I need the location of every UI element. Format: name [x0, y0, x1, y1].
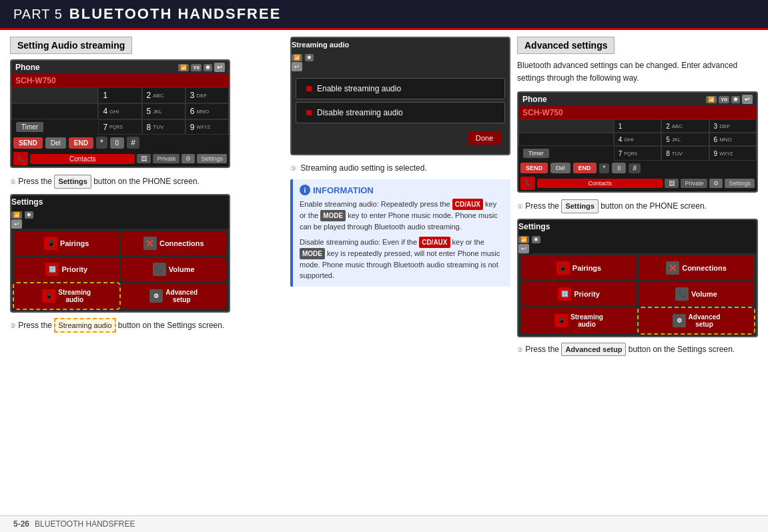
pairings-btn[interactable]: 📱 Pairings	[14, 231, 119, 255]
rstar-btn[interactable]: *	[599, 163, 610, 173]
mid-step-icon: ③	[290, 165, 296, 172]
disable-streaming-btn[interactable]: Disable streaming audio	[296, 102, 505, 123]
contacts-btn[interactable]: Contacts	[30, 154, 135, 164]
rnum-6[interactable]: 6 MNO	[709, 133, 757, 146]
settings-inline-btn-1[interactable]: Settings	[54, 175, 91, 189]
setting-audio-title: Setting Audio streaming	[10, 37, 132, 54]
rzero-btn[interactable]: 0	[612, 163, 626, 173]
back-btn-1[interactable]: ↩	[214, 63, 225, 72]
num-2[interactable]: 2 ABC	[142, 87, 185, 103]
info-title: i INFORMATION	[300, 185, 504, 195]
num-9[interactable]: 9WXYZ	[185, 119, 229, 135]
rnum-3[interactable]: 3 DEF	[709, 119, 757, 133]
rphone-title-1: Phone	[522, 95, 547, 104]
rsettings-inline-btn[interactable]: Settings	[561, 199, 598, 213]
rnum-1[interactable]: 1	[614, 119, 661, 133]
enable-streaming-btn[interactable]: Enable streaming audio	[296, 78, 505, 99]
radv-setup-btn[interactable]: ⚙ Advancedsetup	[639, 308, 754, 333]
rpairings-icon: 📱	[556, 261, 570, 275]
network-icon: Yll	[191, 64, 202, 71]
rsettings-icon[interactable]: ⚙	[709, 179, 723, 188]
rback-1[interactable]: ↩	[742, 95, 753, 104]
rconnections-btn[interactable]: ❌ Connections	[639, 256, 754, 280]
part-label: PART 5	[13, 7, 63, 22]
zero-btn[interactable]: 0	[110, 137, 125, 149]
rtimer-btn[interactable]: Timer	[523, 149, 549, 158]
contacts-icon[interactable]: 📞	[13, 152, 28, 165]
rvolume-btn[interactable]: 📞 Volume	[639, 282, 754, 306]
num-7[interactable]: 7PQRS	[98, 119, 141, 135]
streaming-inline-btn[interactable]: Streaming audio	[54, 318, 115, 333]
str-back[interactable]: ↩	[292, 62, 302, 71]
rnum-4[interactable]: 4 GHI	[614, 133, 661, 146]
send-btn[interactable]: SEND	[13, 137, 43, 149]
advanced-icon-1: ⚙	[149, 289, 163, 303]
rnum-9[interactable]: 9WXYZ	[709, 146, 757, 161]
rphone-name-1: SCH-W750	[518, 106, 757, 119]
timer-btn[interactable]: Timer	[16, 122, 43, 132]
rsettings-btn[interactable]: Settings	[725, 179, 755, 188]
rpairings-btn[interactable]: 📱 Pairings	[521, 256, 637, 280]
settings-icon-1[interactable]: ⚙	[181, 154, 195, 163]
rcontacts-btn[interactable]: Contacts	[537, 179, 663, 188]
settings-header-1: Settings 📶 ✱ ↩	[11, 195, 229, 229]
rbottom-row: 📞 Contacts 🖼 Private ⚙ Settings	[518, 175, 757, 191]
private-btn[interactable]: Private	[153, 154, 179, 163]
num-3[interactable]: 3 DEF	[185, 87, 229, 103]
num-1[interactable]: 1	[98, 87, 141, 103]
rsettings-title: Settings	[518, 222, 550, 231]
rcontacts-icon[interactable]: 📞	[520, 177, 535, 190]
volume-btn-1[interactable]: 📞 Volume	[121, 257, 227, 281]
advanced-setup-btn-1[interactable]: ⚙ Advancedsetup	[121, 283, 227, 309]
rphoto-icon[interactable]: 🖼	[665, 179, 679, 188]
rdel-btn[interactable]: Del	[550, 163, 570, 173]
step2-icon: ②	[10, 322, 16, 329]
settings-icons-1: 📶 ✱ ↩	[11, 207, 229, 229]
phone-icons-1: 📶 Yll ✱ ↩	[178, 63, 225, 72]
num-5[interactable]: 5 JKL	[142, 103, 185, 119]
content-area: Setting Audio streaming Phone 📶 Yll ✱ ↩ …	[0, 30, 768, 514]
settings-grid-1: 📱 Pairings ❌ Connections 🔢 Priority 📞 Vo…	[11, 229, 229, 311]
rhash-btn[interactable]: #	[629, 163, 641, 173]
rnum-2[interactable]: 2 ABC	[661, 119, 709, 133]
rsettings-header: Settings 📶 ✱ ↩	[518, 220, 757, 253]
mid-step-text: ③ Streaming audio setting is selected.	[290, 162, 510, 174]
num-4[interactable]: 4 GHI	[98, 103, 141, 119]
back-btn-s1[interactable]: ↩	[11, 219, 22, 229]
num-8[interactable]: 8 TUV	[142, 119, 185, 135]
rnum-5[interactable]: 5 JKL	[661, 133, 709, 146]
settings-btn-1[interactable]: Settings	[197, 154, 227, 163]
star-btn[interactable]: *	[96, 137, 107, 149]
connections-btn[interactable]: ❌ Connections	[121, 231, 227, 255]
photo-icon[interactable]: 🖼	[137, 154, 151, 163]
done-btn[interactable]: Done	[468, 131, 501, 145]
streaming-audio-btn[interactable]: 📱 Streamingaudio	[14, 283, 119, 309]
hash-btn[interactable]: #	[127, 137, 139, 149]
mid-column: Streaming audio 📶 ✱ ↩ Enable streaming a…	[290, 37, 510, 507]
rstep2-icon: ②	[517, 346, 523, 353]
rprivate-btn[interactable]: Private	[681, 179, 707, 188]
rpriority-btn[interactable]: 🔢 Priority	[521, 282, 637, 306]
priority-icon: 🔢	[45, 263, 59, 276]
rsend-btn[interactable]: SEND	[520, 163, 548, 173]
rback-s2[interactable]: ↩	[518, 244, 529, 253]
radv-inline-btn[interactable]: Advanced setup	[561, 343, 626, 357]
rnet-1: Yll	[719, 96, 729, 103]
info-text: Enable streaming audio: Repeatedly press…	[300, 199, 504, 281]
end-btn[interactable]: END	[69, 137, 93, 149]
rnum-8[interactable]: 8 TUV	[661, 146, 709, 161]
left-settings-screen: Settings 📶 ✱ ↩ 📱 Pairings ❌ Connections …	[10, 194, 230, 313]
bluetooth-icon-1: ✱	[204, 64, 212, 71]
rstreaming-btn[interactable]: 📱 Streamingaudio	[521, 308, 637, 333]
del-btn[interactable]: Del	[45, 137, 66, 149]
streaming-title: Streaming audio	[292, 41, 349, 49]
rend-btn[interactable]: END	[573, 163, 597, 173]
num-6[interactable]: 6 MNO	[185, 103, 229, 119]
mode-key-2: MODE	[300, 248, 325, 259]
raction-row: SEND Del END * 0 #	[518, 161, 757, 175]
advanced-intro: Bluetooth advanced settings can be chang…	[517, 59, 758, 85]
priority-btn-1[interactable]: 🔢 Priority	[14, 257, 119, 281]
rnum-7[interactable]: 7PQRS	[614, 146, 661, 161]
phone-name-1: SCH-W750	[11, 74, 229, 87]
settings-title-1: Settings	[11, 197, 43, 207]
